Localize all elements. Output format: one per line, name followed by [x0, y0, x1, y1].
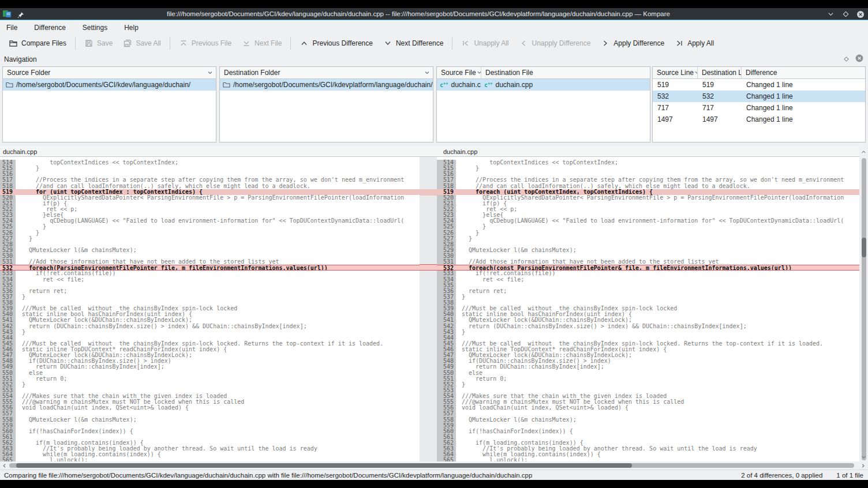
code-line-549: 549 return DUChain::chainsByIndex[index]…: [0, 364, 420, 370]
code-line-539: 539///Must be called _without_ the chain…: [437, 306, 859, 311]
menu-item-help[interactable]: Help: [123, 22, 140, 33]
difference-rows: 519519Changed 1 line532532Changed 1 line…: [653, 79, 865, 125]
code-line-537: 537}: [0, 294, 420, 300]
code-line-515: 515 }: [437, 166, 859, 171]
code-line-558: 558 QMutexLocker l(&m_chainsMutex);: [0, 417, 420, 423]
save-icon: [84, 39, 93, 48]
chevron-down-icon: [476, 69, 481, 76]
previous-difference-button[interactable]: Previous Difference: [294, 36, 378, 50]
code-line-544: 544: [0, 335, 420, 341]
compare-files-button[interactable]: Compare Files: [3, 36, 72, 50]
line-number: 541: [0, 317, 16, 323]
code-line-518: 518 //and can call loadInformation(..) s…: [437, 183, 859, 189]
file-row[interactable]: c++ duchain.c... c++ duchain.cpp: [437, 79, 650, 91]
previous-file-button: Previous File: [174, 36, 237, 50]
apply-all-button[interactable]: Apply All: [669, 36, 719, 50]
code-line-527: 527 }: [437, 236, 859, 242]
destination-line-header[interactable]: Destination Lin: [698, 67, 742, 78]
cpp-file-icon: c++: [440, 81, 448, 88]
source-line-header[interactable]: Source Line: [653, 67, 698, 78]
code-line-541: 541 QMutexLocker lock(&DUChain::chainsBy…: [437, 317, 859, 323]
code-line-530: 530: [0, 253, 420, 259]
difference-row-717[interactable]: 717717Changed 1 line: [653, 102, 865, 114]
menubar: FileDifferenceSettingsHelp: [0, 21, 868, 34]
folder-icon: [6, 81, 13, 88]
code-line-557: 557: [437, 411, 859, 416]
code-line-523: 523 }else{: [437, 212, 859, 218]
apply-difference-button[interactable]: Apply Difference: [596, 36, 669, 50]
close-dock-icon[interactable]: [855, 54, 863, 65]
horizontal-scrollbar-thumb[interactable]: [16, 463, 632, 468]
code-line-561: 561: [0, 434, 420, 440]
code-line-535: 535: [0, 283, 420, 288]
cpp-file-icon: c++: [484, 81, 492, 88]
left-code-pane[interactable]: 514 topContextIndices << topContextIndex…: [0, 157, 420, 461]
right-code-pane[interactable]: 514 topContextIndices << topContextIndex…: [437, 157, 859, 461]
scroll-up-icon[interactable]: [859, 147, 868, 157]
code-line-516: 516: [437, 171, 859, 177]
minimize-button[interactable]: [826, 10, 835, 18]
line-number: 531: [0, 259, 16, 265]
code-line-529: 529 QMutexLocker l(&m_chainsMutex);: [0, 247, 420, 253]
line-number: 533: [0, 271, 16, 276]
difference-row-1497[interactable]: 14971497Changed 1 line: [653, 114, 865, 125]
destination-file-header[interactable]: Destination File: [481, 67, 650, 78]
code-line-528: 528: [437, 242, 859, 247]
code-line-516: 516: [0, 171, 420, 177]
code-line-559: 559: [0, 423, 420, 429]
difference-row-519[interactable]: 519519Changed 1 line: [653, 79, 865, 91]
navigation-dock-header: Navigation: [0, 52, 868, 66]
source-file-header[interactable]: Source File: [437, 67, 481, 78]
kompare-window: file:///home/sergobot/Documents/GCI/kdev…: [0, 8, 868, 480]
code-line-537: 537}: [437, 294, 859, 300]
chevron-down-icon: [424, 69, 431, 76]
status-diff-count: 2 of 4 differences, 0 applied: [741, 472, 822, 479]
code-line-525: 525 }: [0, 224, 420, 230]
destination-folder-header[interactable]: Destination Folder: [220, 67, 433, 78]
scroll-left-icon[interactable]: [0, 463, 8, 469]
source-file-name: duchain.c...: [451, 81, 481, 89]
code-line-520: 520 QExplicitlySharedDataPointer< Parsin…: [0, 195, 420, 201]
code-line-544: 544: [437, 335, 859, 341]
code-line-553: 553: [0, 388, 420, 393]
code-line-521: 521 if(p) {: [0, 201, 420, 207]
code-line-546: 546static inline TopDUContext* readChain…: [437, 347, 859, 352]
code-line-527: 527 }: [0, 236, 420, 242]
difference-header[interactable]: Difference: [742, 67, 865, 78]
horizontal-scrollbar[interactable]: [0, 461, 868, 470]
source-folder-row[interactable]: /home/sergobot/Documents/GCI/kdev/langua…: [3, 79, 216, 91]
code-line-561: 561: [437, 434, 859, 440]
code-line-529: 529 QMutexLocker l(&m_chainsMutex);: [437, 247, 859, 253]
maximize-button[interactable]: [841, 10, 850, 18]
pin-icon[interactable]: [17, 10, 24, 17]
destination-file-name: duchain.cpp: [495, 81, 533, 89]
scroll-right-icon[interactable]: [859, 463, 867, 469]
difference-row-532[interactable]: 532532Changed 1 line: [653, 91, 865, 102]
code-line-532: 532 foreach(ParsingEnvironmentFilePointe…: [0, 265, 420, 271]
code-line-543: 543}: [0, 329, 420, 335]
menu-item-difference[interactable]: Difference: [33, 22, 66, 33]
code-line-564: 564 while(m_loading.contains(index)) {: [437, 452, 859, 457]
code-line-547: 547 QMutexLocker lock(&DUChain::chainsBy…: [0, 352, 420, 358]
code-line-542: 542 return (DUChain::chainsByIndex.size(…: [0, 324, 420, 329]
close-button[interactable]: [856, 10, 865, 18]
menu-item-settings[interactable]: Settings: [81, 22, 108, 33]
menu-item-file[interactable]: File: [5, 22, 18, 33]
next-difference-button[interactable]: Next Difference: [378, 36, 448, 50]
code-line-539: 539///Must be called _without_ the chain…: [0, 306, 420, 311]
code-line-533: 533 if(!ret.contains(file)): [0, 271, 420, 276]
vertical-scrollbar[interactable]: [859, 157, 868, 461]
chevron-down-icon: [694, 69, 698, 76]
status-file-count: 1 of 1 file: [836, 472, 863, 479]
destination-folder-row[interactable]: /home/sergobot/Documents/GCI/kdevplatfor…: [220, 79, 433, 91]
code-line-563: 563 //It's probably being loaded by anot…: [437, 446, 859, 452]
float-dock-icon[interactable]: [843, 54, 850, 65]
source-folder-header[interactable]: Source Folder: [3, 67, 216, 78]
diff-band-532: [420, 264, 437, 271]
code-line-528: 528: [0, 242, 420, 247]
last-icon: [675, 39, 684, 48]
destination-folder-panel: Destination Folder /home/sergobot/Docume…: [219, 66, 433, 142]
save-button: Save: [79, 36, 118, 50]
unapply-all-button: Unapply All: [456, 36, 514, 50]
vertical-scrollbar-thumb[interactable]: [862, 238, 866, 257]
